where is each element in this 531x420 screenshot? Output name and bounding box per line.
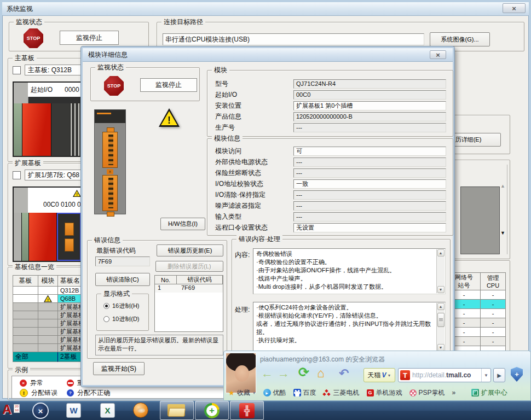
address-bar[interactable]: T http://detail.tmall.co ▼	[398, 368, 491, 382]
hw-info-button[interactable]: H/W信息(I)	[160, 218, 205, 230]
assign-incorrect-icon	[67, 389, 74, 396]
system-image-button[interactable]: 系统图像(G)...	[430, 32, 490, 46]
io-verify-field: 一致	[293, 179, 446, 189]
comm-module-selected-icon[interactable]	[57, 213, 81, 261]
bookmark-mitsubishi[interactable]: 三菱电机	[324, 388, 360, 398]
window-titlebar[interactable]: 系统监视	[2, 2, 529, 16]
hex-radio[interactable]: 16进制(H)	[103, 302, 140, 310]
bookmark-youku[interactable]: 优酷	[263, 388, 286, 398]
bookmarks-more[interactable]: »	[452, 389, 456, 396]
error-clear-button[interactable]: 错误清除(C)	[95, 273, 150, 286]
shield-icon[interactable]: +	[511, 367, 523, 382]
input-type-field: ---	[293, 212, 446, 221]
latest-error-code-field: 7F69	[95, 256, 150, 266]
monitor-start-button[interactable]: 监视开始(S)	[93, 362, 145, 375]
360-safety-taskbar-button[interactable]	[195, 401, 229, 420]
field-label: 保险丝熔断状态	[215, 168, 293, 178]
scroll-up-icon[interactable]	[437, 249, 445, 256]
scroll-up-icon[interactable]: ▲	[500, 183, 505, 189]
module-icon	[22, 213, 29, 261]
module-detail-dialog: 模块详细信息 监视状态 STOP 监视停止 × !	[81, 46, 454, 387]
content-scrollbar[interactable]	[436, 249, 445, 293]
content-textarea[interactable]: 奇偶校验错误 ·奇偶校验位的设置不正确。 ·由于对象站的电源ON/OFF操作，线…	[253, 248, 446, 294]
scrollbar-track[interactable]	[507, 165, 509, 254]
extension-center[interactable]: 扩展中心	[471, 388, 507, 398]
scroll-up-icon[interactable]	[437, 303, 445, 310]
legend-item: 分配不正确	[67, 388, 110, 398]
display-format-label: 显示格式	[101, 290, 132, 298]
connection-path-field[interactable]: 串行通信CPU模块连接(USB)	[163, 33, 424, 45]
serial-field: ---	[293, 123, 446, 132]
monitor-stop-button[interactable]: 监视停止	[60, 31, 119, 45]
table-row-selected[interactable]: - -	[448, 300, 506, 309]
dialog-titlebar[interactable]: 模块详细信息	[83, 48, 453, 62]
word-taskbar-icon[interactable]: W	[66, 403, 81, 418]
module-info-label: 模块信息	[212, 135, 243, 142]
table-row[interactable]: - -	[448, 328, 506, 337]
network-table[interactable]: 网络号 站号 管理 CPU - - - - - - - - - -	[447, 272, 506, 355]
refresh-icon[interactable]: ⟳	[298, 366, 309, 379]
error-icon	[20, 380, 27, 387]
window-close-button[interactable]	[503, 3, 526, 13]
field-label: 生产号	[215, 123, 293, 132]
table-row[interactable]: - -	[448, 290, 506, 300]
bookmark-game[interactable]: G单机游戏	[367, 388, 402, 398]
power-module-icon	[22, 103, 51, 156]
handle-scrollbar[interactable]	[436, 303, 445, 351]
field-label: 产品信息	[215, 112, 293, 121]
scroll-thumb[interactable]	[437, 313, 445, 327]
table-row[interactable]: 1 7F69	[155, 284, 223, 293]
chevron-down-icon: ▼	[252, 391, 256, 395]
media-player-taskbar-icon[interactable]	[133, 402, 148, 418]
error-code-table[interactable]: No. 错误代码 1 7F69	[154, 275, 223, 332]
undo-icon[interactable]: ↶	[339, 368, 349, 380]
table-row[interactable]: - -	[448, 318, 506, 328]
bookmark-favorites[interactable]: ★收藏▼	[228, 388, 256, 398]
scroll-down-icon[interactable]: ▼	[500, 230, 505, 236]
display-format-group: 显示格式 16进制(H) 10进制(D)	[96, 294, 149, 331]
url-dropdown-icon[interactable]: ▼	[481, 369, 490, 382]
delete-error-history-button[interactable]: 删除错误履历(L)	[155, 261, 223, 272]
excel-taskbar-icon[interactable]: X	[100, 403, 115, 418]
mitsubishi-icon	[324, 389, 331, 396]
field-label: I/O地址校验状态	[215, 179, 293, 189]
connection-target-label: 连接目标路径	[161, 18, 205, 26]
go-button[interactable]: ▶	[493, 368, 505, 382]
home-icon[interactable]: ⌂	[317, 367, 325, 380]
handle-label: 处理:	[235, 305, 250, 314]
taskbar: A 2010 W X ╬ S ▼ ▲	[0, 401, 531, 420]
io-label: 起始I/O	[31, 85, 53, 95]
error-content-group: 错误内容·处理 内容: 奇偶校验错误 ·奇偶校验位的设置不正确。 ·由于对象站的…	[232, 239, 451, 357]
io-value: 00C0 0100 0	[43, 201, 81, 208]
bookmark-psp[interactable]: PSP掌机	[409, 388, 445, 398]
noise-filter-field: ---	[293, 201, 446, 211]
game-icon: G	[367, 389, 374, 396]
scroll-down-icon[interactable]	[437, 286, 445, 293]
back-icon[interactable]: ←	[261, 368, 273, 380]
explorer-taskbar-button[interactable]	[160, 401, 194, 420]
main-base-checkbox[interactable]	[13, 66, 21, 74]
field-label: 型号	[215, 79, 293, 89]
ext-base-checkbox[interactable]	[13, 171, 21, 179]
forward-icon[interactable]: →	[278, 368, 290, 380]
cad-viewer-taskbar-icon[interactable]	[32, 402, 49, 419]
history-note: 从旧的履历开始显示错误履历。最新的错误显示在最后一行。	[95, 335, 223, 355]
tmall-search-chip[interactable]: 天猫 V ▼	[363, 368, 395, 382]
error-history-update-button[interactable]: 错误履历更新(E)	[157, 244, 223, 256]
table-row[interactable]: - -	[448, 337, 506, 346]
table-row[interactable]: - -	[448, 309, 506, 318]
power-module-icon	[29, 213, 57, 261]
autocad-taskbar-icon[interactable]: A 2010	[2, 402, 20, 418]
dec-radio[interactable]: 10进制(D)	[103, 315, 140, 323]
tmall-favicon: T	[400, 370, 410, 380]
module-picture: ×	[94, 109, 126, 214]
module-access-field: 可	[293, 147, 446, 156]
gx-works-taskbar-button[interactable]: ╬	[230, 401, 264, 420]
legend-text: 分配错误	[31, 388, 57, 398]
legend-text: 分配不正确	[77, 388, 110, 398]
dialog-close-button[interactable]	[430, 50, 446, 59]
bookmark-baidu[interactable]: 百度	[293, 388, 316, 398]
dialog-monitor-stop-button[interactable]: 监视停止	[140, 78, 197, 92]
layout-image	[460, 186, 500, 254]
handle-textarea[interactable]: ·使Q系列C24符合对象设备的设置。 ·根据错误初始化请求(YE/YF)，清除错…	[253, 302, 446, 352]
